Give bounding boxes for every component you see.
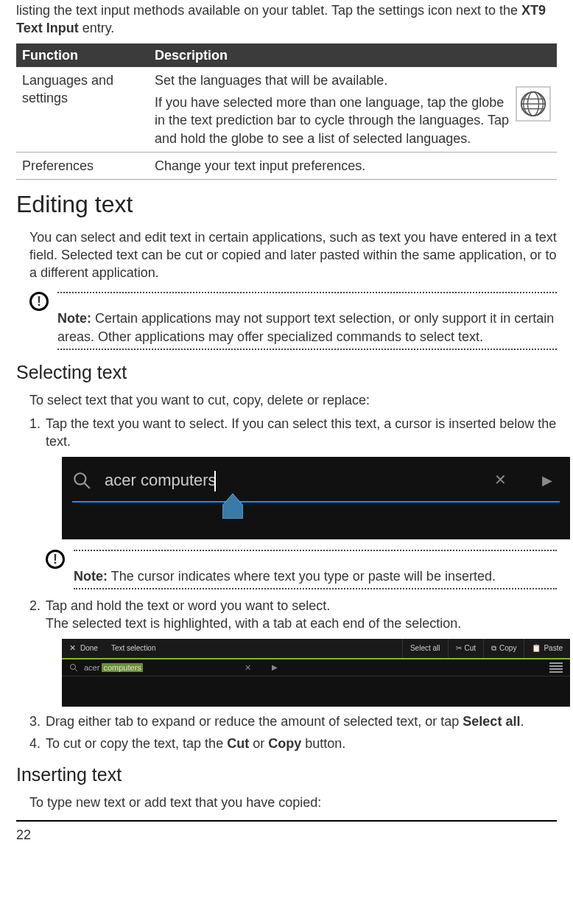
text-selection-label: Text selection [105,643,156,654]
scissors-icon: ✂ [456,643,462,654]
menu-icon [549,662,563,673]
note-icon: ! [46,550,65,569]
screenshot-cursor: acer computers ✕ ▶ [62,457,570,539]
search-icon [69,663,78,672]
table-row: Preferences Change your text input prefe… [16,153,557,180]
step-1: Tap the text you want to select. If you … [29,415,557,589]
go-icon: ▶ [272,662,278,673]
note-text: The cursor indicates where text you type… [108,569,496,584]
selecting-paragraph: To select text that you want to cut, cop… [16,391,557,409]
globe-icon [516,86,551,122]
search-text: acer computers [105,469,481,491]
note-label: Note: [57,311,91,326]
cut-button: ✂Cut [448,639,484,658]
paste-button: 📋Paste [524,639,570,658]
svg-point-8 [71,665,76,670]
copy-button: ⧉Copy [483,639,524,658]
func-preferences: Preferences [16,153,149,180]
close-icon: ✕ [69,643,76,654]
svg-line-9 [75,669,78,672]
editing-paragraph: You can select and edit text in certain … [16,228,557,282]
table-row: Languages and settings Set the languages… [16,67,557,153]
intro-paragraph: listing the text input methods available… [16,0,557,43]
function-table: Function Description Languages and setti… [16,43,557,181]
paste-icon: 📋 [532,643,541,654]
selected-text: computers [102,663,142,672]
search-text: acer computers [84,662,143,673]
inserting-paragraph: To type new text or add text that you ha… [16,794,557,811]
step-4: To cut or copy the text, tap the Cut or … [29,735,557,752]
clear-icon: ✕ [494,470,507,490]
th-description: Description [149,43,557,67]
heading-editing-text: Editing text [16,189,557,220]
heading-inserting-text: Inserting text [16,763,557,788]
done-button: ✕Done [62,643,105,654]
desc-languages-1: Set the languages that will be available… [155,71,510,89]
copy-icon: ⧉ [491,643,496,654]
desc-preferences: Change your text input preferences. [149,153,557,180]
svg-point-6 [74,473,85,484]
func-languages: Languages and settings [16,67,149,153]
th-function: Function [16,43,149,67]
heading-selecting-text: Selecting text [16,360,557,385]
note-block: ! Note: Certain applications may not sup… [29,289,557,350]
screenshot-selection: ✕Done Text selection Select all ✂Cut ⧉Co… [62,639,570,707]
note-text: Certain applications may not support tex… [57,311,554,343]
step-3: Drag either tab to expand or reduce the … [29,713,557,730]
note-icon: ! [29,292,49,311]
go-icon: ▶ [542,472,552,489]
desc-languages-2: If you have selected more than one langu… [155,94,510,147]
note-label: Note: [74,569,108,584]
clear-icon: ✕ [245,662,251,673]
svg-line-7 [84,483,90,489]
page-number: 22 [16,820,557,844]
select-all-button: Select all [402,639,448,658]
step-2: Tap and hold the text or word you want t… [29,597,557,707]
search-icon [72,471,91,490]
